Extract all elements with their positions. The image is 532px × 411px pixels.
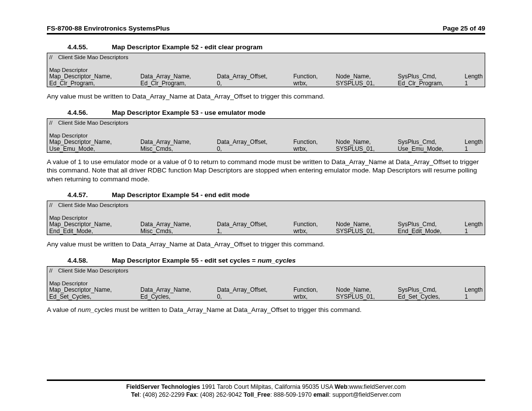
section-paragraph: A value of 1 to use emulator mode or a v… [47,158,485,184]
table-comment: //Client Side Mao Descriptors [47,266,485,280]
comment-text: Client Side Mao Descriptors [58,268,129,274]
table-cell: 1, [215,228,291,235]
header-left: FS-8700-88 Envirotronics SystemsPlus [47,25,170,32]
footer-address: 1991 Tarob Court Milpitas, California 95… [200,383,334,390]
section-number: 4.4.55. [67,43,112,51]
table-cell: End_Edit_Mode, [47,228,139,235]
footer-web: :www.fieldServer.com [347,383,405,390]
para-italic: num_cycles [78,306,113,313]
table-col-header: Data_Array_Offset, [215,73,291,80]
footer-company: FieldServer Technologies [126,383,200,390]
table-col-header: Map_Descriptor_Name, [47,138,138,145]
descriptor-table: //Client Side Mao DescriptorsMap Descrip… [47,53,485,87]
table-cell: 1 [463,80,485,87]
table-col-header: SysPlus_Cmd, [396,138,463,145]
table-subhead: Map Descriptor [47,215,485,221]
section-title-text: Map Descriptor Example 53 - use emulator… [112,109,266,116]
footer-web-label: Web [334,383,347,390]
table-col-header: Node_Name, [334,221,396,228]
table-col-header: Data_Array_Offset, [215,286,291,293]
table-cell: SYSPLUS_01, [334,80,396,87]
table-cell: Ed_Set_Cycles, [47,293,139,301]
comment-slashes: // [49,120,58,126]
table-cell: SYSPLUS_01, [334,293,396,301]
table-col-header: Function, [292,138,334,145]
table-col-header: Node_Name, [334,138,396,145]
para-prefix: A value of [47,306,78,313]
page-header: FS-8700-88 Envirotronics SystemsPlus Pag… [47,25,485,34]
table-cell: End_Edit_Mode, [396,228,463,235]
table-col-header: Data_Array_Name, [138,286,215,293]
para-text: Any value must be written to Data_Array_… [47,240,325,248]
section-title-italic: num_cycles [258,257,296,264]
section-paragraph: Any value must be written to Data_Array_… [47,92,485,101]
descriptor-table: //Client Side Mao DescriptorsMap Descrip… [47,118,485,153]
table-cell: Ed_Clr_Program, [47,80,138,87]
table-col-header: Map_Descriptor_Name, [47,286,139,293]
section-heading: 4.4.55.Map Descriptor Example 52 - edit … [47,43,485,51]
page-footer: FieldServer Technologies 1991 Tarob Cour… [47,379,485,399]
footer-fax-label: Fax [186,391,197,398]
footer-line-2: Tel: (408) 262-2299 Fax: (408) 262-9042 … [47,391,485,399]
table-cell: Ed_Clr_Program, [138,80,215,87]
table-col-header: Map_Descriptor_Name, [47,221,139,228]
table-col-header: SysPlus_Cmd, [396,221,463,228]
section-title-text: Map Descriptor Example 52 - edit clear p… [112,43,263,51]
comment-text: Client Side Mao Descriptors [58,54,129,60]
table-subhead: Map Descriptor [47,133,485,138]
table-subhead: Map Descriptor [47,280,485,286]
table-cell: wrbx, [292,145,334,153]
table-col-header: Length [463,221,485,228]
table-cell: Ed_Clr_Program, [396,80,463,87]
section-heading: 4.4.56.Map Descriptor Example 53 - use e… [47,109,485,116]
footer-tel-label: Tel [131,391,139,398]
table-cell: Ed_Set_Cycles, [396,293,463,301]
table-cell: Use_Emu_Mode, [47,145,138,153]
footer-email-label: email [313,391,329,398]
header-right: Page 25 of 49 [443,25,485,32]
para-text: Any value must be written to Data_Array_… [47,93,325,100]
table-cell: wrbx, [292,293,334,301]
table-cell: wrbx, [292,80,334,87]
table-col-header: Data_Array_Offset, [215,138,291,145]
table-cell: 1 [463,228,485,235]
section-heading: 4.4.57.Map Descriptor Example 54 - end e… [47,191,485,199]
section-heading: 4.4.58.Map Descriptor Example 55 - edit … [47,257,485,264]
table-cell: SYSPLUS_01, [334,145,396,153]
descriptor-table: //Client Side Mao DescriptorsMap Descrip… [47,266,485,301]
table-comment: //Client Side Mao Descriptors [47,53,485,68]
table-cell: Ed_Cycles, [138,293,215,301]
section-title-text: Map Descriptor Example 55 - edit set cyc… [112,257,258,264]
footer-tollfree: : 888-509-1970 [270,391,314,398]
table-col-header: Function, [292,286,334,293]
section-paragraph: Any value must be written to Data_Array_… [47,240,485,249]
table-comment: //Client Side Mao Descriptors [47,201,485,215]
table-cell: 0, [215,145,291,153]
table-col-header: Data_Array_Name, [138,73,215,80]
table-col-header: Node_Name, [334,286,396,293]
section-paragraph: A value of num_cycles must be written to… [47,306,485,314]
table-cell: SYSPLUS_01, [334,228,396,235]
table-col-header: Function, [292,221,334,228]
table-col-header: SysPlus_Cmd, [396,286,463,293]
comment-text: Client Side Mao Descriptors [58,202,129,208]
table-col-header: Length [463,286,485,293]
footer-email: : support@fieldServer.com [329,391,401,398]
table-cell: 0, [215,293,291,301]
table-col-header: SysPlus_Cmd, [396,73,463,80]
table-cell: 1 [463,145,485,153]
footer-tel: : (408) 262-2299 [139,391,186,398]
table-col-header: Length [463,138,485,145]
table-col-header: Map_Descriptor_Name, [47,73,138,80]
table-cell: 1 [463,293,485,301]
comment-text: Client Side Mao Descriptors [58,120,129,126]
descriptor-table: //Client Side Mao DescriptorsMap Descrip… [47,201,485,235]
table-cell: Misc_Cmds, [138,228,215,235]
table-col-header: Length [463,73,485,80]
table-cell: Use_Emu_Mode, [396,145,463,153]
table-comment: //Client Side Mao Descriptors [47,118,485,133]
comment-slashes: // [49,202,58,208]
table-col-header: Node_Name, [334,73,396,80]
footer-fax: : (408) 262-9042 [197,391,243,398]
table-cell: Misc_Cmds, [138,145,215,153]
